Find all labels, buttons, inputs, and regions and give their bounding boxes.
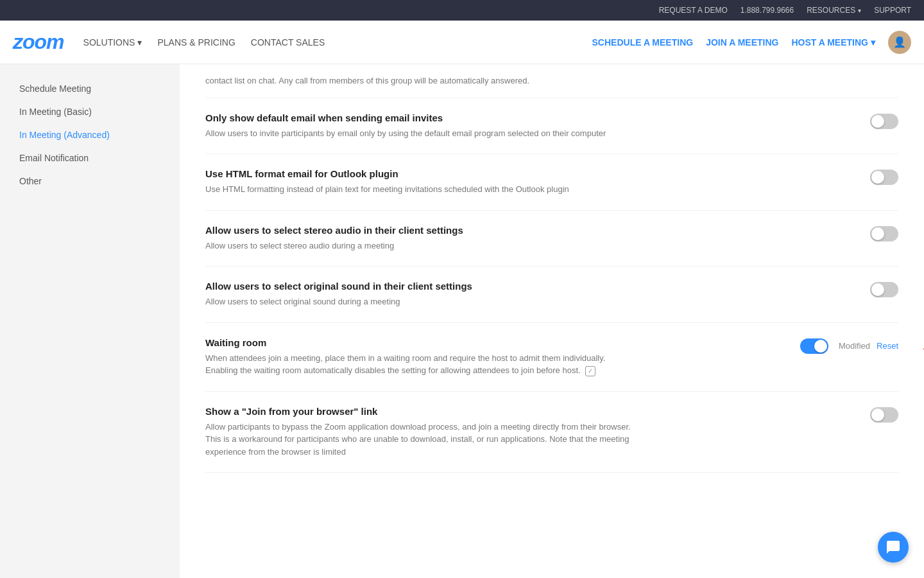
host-chevron-icon: ▾ bbox=[871, 37, 875, 48]
schedule-meeting-link[interactable]: SCHEDULE A MEETING bbox=[592, 37, 694, 48]
solutions-chevron-icon: ▾ bbox=[137, 37, 142, 48]
setting-html-email-title: Use HTML format email for Outlook plugin bbox=[205, 168, 635, 179]
main-content: contact list on chat. Any call from memb… bbox=[180, 64, 924, 578]
toggle-track-original-sound[interactable] bbox=[870, 282, 898, 297]
setting-join-browser-toggle[interactable] bbox=[870, 407, 898, 423]
setting-default-email-toggle[interactable] bbox=[870, 114, 898, 129]
nav-left: SOLUTIONS ▾ PLANS & PRICING CONTACT SALE… bbox=[83, 37, 325, 48]
main-nav: zoom SOLUTIONS ▾ PLANS & PRICING CONTACT… bbox=[0, 21, 924, 64]
setting-original-sound-info: Allow users to select original sound in … bbox=[205, 281, 654, 308]
toggle-thumb-default-email bbox=[871, 115, 884, 128]
phone-link[interactable]: 1.888.799.9666 bbox=[740, 6, 794, 15]
setting-original-sound-toggle[interactable] bbox=[870, 282, 898, 297]
request-demo-link[interactable]: REQUEST A DEMO bbox=[659, 6, 728, 15]
setting-html-email-info: Use HTML format email for Outlook plugin… bbox=[205, 168, 654, 196]
setting-waiting-room: Waiting room When attendees join a meeti… bbox=[205, 323, 898, 392]
top-bar: REQUEST A DEMO 1.888.799.9666 RESOURCES … bbox=[0, 0, 924, 21]
toggle-thumb-waiting-room bbox=[814, 340, 827, 353]
toggle-track-waiting-room[interactable] bbox=[800, 338, 828, 354]
partial-top-setting: contact list on chat. Any call from memb… bbox=[205, 64, 898, 98]
sidebar-item-other[interactable]: Other bbox=[0, 170, 180, 193]
setting-default-email-desc: Allow users to invite participants by em… bbox=[205, 127, 635, 140]
setting-html-email-controls bbox=[870, 168, 898, 185]
host-meeting-link[interactable]: HOST A MEETING ▾ bbox=[791, 37, 875, 48]
setting-join-browser: Show a "Join from your browser" link All… bbox=[205, 392, 898, 473]
setting-waiting-room-meta: Modified Reset bbox=[839, 341, 898, 351]
setting-join-browser-info: Show a "Join from your browser" link All… bbox=[205, 406, 654, 459]
nav-right: SCHEDULE A MEETING JOIN A MEETING HOST A… bbox=[592, 31, 911, 54]
chat-button[interactable] bbox=[878, 532, 909, 563]
plans-pricing-link[interactable]: PLANS & PRICING bbox=[157, 37, 235, 48]
setting-waiting-room-info: Waiting room When attendees join a meeti… bbox=[205, 337, 654, 377]
setting-stereo-audio-info: Allow users to select stereo audio in th… bbox=[205, 225, 654, 252]
reset-link[interactable]: Reset bbox=[877, 341, 898, 351]
contact-sales-link[interactable]: CONTACT SALES bbox=[251, 37, 325, 48]
support-link[interactable]: SUPPORT bbox=[874, 6, 911, 15]
setting-join-browser-desc: Allow participants to bypass the Zoom ap… bbox=[205, 421, 635, 459]
toggle-track-stereo-audio[interactable] bbox=[870, 226, 898, 241]
setting-default-email: Only show default email when sending ema… bbox=[205, 98, 898, 155]
resources-link[interactable]: RESOURCES ▾ bbox=[807, 6, 861, 15]
setting-default-email-title: Only show default email when sending ema… bbox=[205, 112, 635, 123]
setting-html-email-toggle[interactable] bbox=[870, 170, 898, 185]
sidebar-item-email-notification[interactable]: Email Notification bbox=[0, 146, 180, 170]
setting-stereo-audio-toggle[interactable] bbox=[870, 226, 898, 241]
page-layout: Schedule Meeting In Meeting (Basic) In M… bbox=[0, 64, 924, 578]
info-icon[interactable]: ✓ bbox=[585, 366, 595, 376]
setting-stereo-audio: Allow users to select stereo audio in th… bbox=[205, 211, 898, 267]
setting-default-email-controls bbox=[870, 112, 898, 129]
setting-html-email-desc: Use HTML formatting instead of plain tex… bbox=[205, 183, 635, 196]
modified-label: Modified bbox=[839, 341, 870, 351]
setting-waiting-room-title: Waiting room bbox=[205, 337, 635, 348]
setting-join-browser-controls bbox=[870, 406, 898, 423]
setting-waiting-room-toggle[interactable] bbox=[800, 338, 828, 354]
setting-join-browser-title: Show a "Join from your browser" link bbox=[205, 406, 635, 417]
toggle-track-html-email[interactable] bbox=[870, 170, 898, 185]
sidebar-item-schedule-meeting[interactable]: Schedule Meeting bbox=[0, 77, 180, 100]
avatar[interactable]: 👤 bbox=[888, 31, 911, 54]
setting-stereo-audio-title: Allow users to select stereo audio in th… bbox=[205, 225, 635, 236]
setting-default-email-info: Only show default email when sending ema… bbox=[205, 112, 654, 140]
toggle-thumb-original-sound bbox=[871, 283, 884, 296]
join-meeting-link[interactable]: JOIN A MEETING bbox=[706, 37, 778, 48]
setting-stereo-audio-controls bbox=[870, 225, 898, 241]
toggle-thumb-stereo-audio bbox=[871, 227, 884, 240]
setting-html-email: Use HTML format email for Outlook plugin… bbox=[205, 154, 898, 211]
sidebar-item-in-meeting-advanced[interactable]: In Meeting (Advanced) bbox=[0, 123, 180, 146]
solutions-link[interactable]: SOLUTIONS ▾ bbox=[83, 37, 142, 48]
setting-original-sound-desc: Allow users to select original sound dur… bbox=[205, 295, 635, 308]
toggle-thumb-join-browser bbox=[871, 408, 884, 421]
toggle-thumb-html-email bbox=[871, 171, 884, 184]
setting-original-sound-controls bbox=[870, 281, 898, 297]
setting-waiting-room-controls: Modified Reset bbox=[800, 337, 898, 354]
setting-original-sound-title: Allow users to select original sound in … bbox=[205, 281, 635, 292]
sidebar: Schedule Meeting In Meeting (Basic) In M… bbox=[0, 64, 180, 578]
setting-stereo-audio-desc: Allow users to select stereo audio durin… bbox=[205, 240, 635, 252]
setting-original-sound: Allow users to select original sound in … bbox=[205, 267, 898, 323]
partial-top-desc: contact list on chat. Any call from memb… bbox=[205, 74, 898, 87]
resources-chevron-icon: ▾ bbox=[858, 7, 861, 14]
toggle-track-join-browser[interactable] bbox=[870, 407, 898, 423]
logo[interactable]: zoom bbox=[13, 30, 64, 54]
setting-waiting-room-desc: When attendees join a meeting, place the… bbox=[205, 352, 635, 377]
sidebar-item-in-meeting-basic[interactable]: In Meeting (Basic) bbox=[0, 100, 180, 123]
toggle-track-default-email[interactable] bbox=[870, 114, 898, 129]
